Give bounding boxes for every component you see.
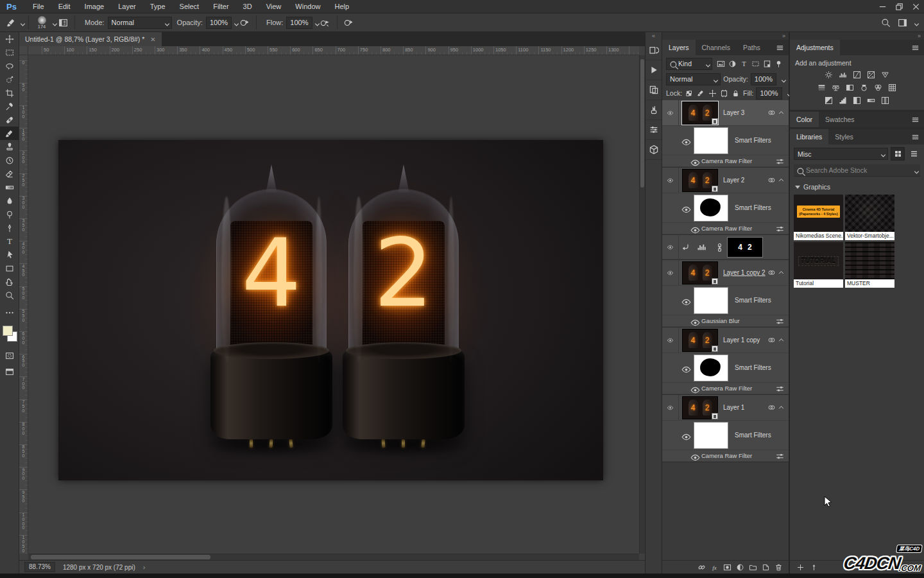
filter-visibility-toggle[interactable] [690, 318, 698, 324]
chevron-down-icon[interactable] [912, 20, 918, 26]
library-item-muster[interactable]: MUSTER [845, 242, 894, 288]
hand-tool[interactable] [0, 275, 19, 288]
smart-filters-row[interactable]: Smart Filters [662, 353, 789, 383]
properties-panel-button[interactable] [646, 80, 662, 100]
status-menu-chevron[interactable]: › [143, 563, 146, 571]
layer-row-layer-3[interactable]: 42Layer 3 [662, 100, 789, 126]
lock-artboard-button[interactable] [719, 88, 729, 99]
vertical-scrollbar[interactable] [639, 55, 645, 554]
channel-mixer-adjustment-button[interactable] [873, 82, 884, 92]
filter-type-layers-button[interactable]: T [739, 58, 749, 69]
brush-settings-panel-button[interactable] [646, 120, 662, 140]
chevron-down-icon[interactable] [232, 20, 237, 26]
foreground-color-swatch[interactable] [3, 326, 13, 336]
filter-smart-objects-button[interactable] [762, 58, 773, 69]
chevron-down-icon[interactable] [779, 76, 785, 82]
library-item-tutorial[interactable]: TUTORIALTutorial [794, 242, 843, 288]
layer-visibility-toggle[interactable] [662, 260, 679, 285]
layer-row-layer-1[interactable]: 42Layer 1 [662, 395, 789, 421]
layer-thumbnail[interactable]: 42 [682, 169, 718, 192]
layer-opacity-value[interactable]: 100% [751, 73, 776, 85]
flow-value[interactable]: 100% [286, 17, 312, 29]
exposure-adjustment-button[interactable] [866, 69, 877, 80]
filter-visibility-toggle[interactable] [690, 225, 698, 231]
layer-visibility-toggle[interactable] [662, 235, 679, 259]
selective-color-adjustment-button[interactable] [880, 95, 891, 105]
document-canvas[interactable]: 4 2 [58, 140, 603, 480]
smart-filters-row[interactable]: Smart Filters [662, 126, 789, 155]
curves-adjustment-button[interactable] [851, 69, 863, 80]
filter-visibility-toggle[interactable] [690, 158, 698, 164]
filter-mask-thumbnail[interactable] [694, 422, 728, 449]
lock-all-button[interactable] [731, 88, 740, 99]
brushes-panel-button[interactable] [646, 100, 662, 120]
layer-row-layer-1-copy[interactable]: 42Layer 1 copy [662, 328, 789, 353]
grid-view-button[interactable] [891, 147, 905, 161]
layer-visibility-toggle[interactable] [662, 100, 679, 125]
brightness-contrast-adjustment-button[interactable] [823, 69, 835, 80]
library-collection-select[interactable]: Misc [794, 148, 888, 160]
rectangle-tool[interactable] [0, 261, 19, 275]
layer-thumbnail[interactable]: 42 [682, 329, 718, 352]
chevron-down-icon[interactable] [912, 168, 918, 173]
smart-filters-row[interactable]: Smart Filters [662, 286, 789, 315]
gradient-map-adjustment-button[interactable] [866, 95, 877, 105]
airbrush-button[interactable] [318, 15, 332, 30]
photo-filter-adjustment-button[interactable] [859, 82, 870, 92]
history-panel-button[interactable] [646, 40, 662, 60]
pressure-size-button[interactable] [342, 15, 356, 30]
lasso-tool[interactable] [0, 59, 19, 73]
pressure-opacity-button[interactable] [237, 15, 252, 30]
tab-channels[interactable]: Channels [696, 40, 737, 55]
menu-image[interactable]: Image [78, 0, 112, 13]
healing-tool[interactable] [0, 113, 19, 127]
menu-edit[interactable]: Edit [51, 0, 78, 13]
tab-color[interactable]: Color [790, 112, 819, 127]
layer-thumbnail[interactable]: 42 [682, 396, 718, 419]
posterize-adjustment-button[interactable] [837, 95, 849, 105]
filter-mask-thumbnail[interactable] [694, 195, 728, 222]
toggle-brush-panel-button[interactable] [56, 15, 70, 30]
tab-adjustments[interactable]: Adjustments [790, 40, 840, 55]
filter-visibility-toggle[interactable] [681, 365, 690, 371]
layer-thumbnail[interactable]: 42 [682, 261, 718, 285]
tab-close-icon[interactable]: ✕ [150, 36, 155, 43]
tool-preset-button[interactable] [4, 15, 18, 30]
filter-options-button[interactable] [775, 451, 783, 460]
graphics-section-header[interactable]: Graphics [790, 178, 924, 193]
filter-mask-thumbnail[interactable] [694, 355, 728, 381]
brush-preset-picker[interactable]: 174 [33, 16, 50, 30]
menu-view[interactable]: View [259, 0, 289, 13]
add-layer-mask-button[interactable] [723, 563, 732, 572]
filter-mask-thumbnail[interactable] [694, 127, 728, 154]
menu-help[interactable]: Help [327, 0, 356, 13]
filter-row-gaussian-blur[interactable]: Gaussian Blur [662, 315, 789, 327]
layer-name[interactable]: Layer 3 [723, 109, 744, 116]
type-tool[interactable]: T [0, 234, 19, 248]
chevron-down-icon[interactable] [312, 20, 318, 26]
filter-options-button[interactable] [775, 157, 783, 165]
minimize-button[interactable] [874, 0, 891, 13]
vibrance-adjustment-button[interactable] [880, 69, 891, 80]
tab-styles[interactable]: Styles [828, 129, 860, 144]
layer-thumbnail[interactable]: 42 [682, 101, 718, 125]
menu-layer[interactable]: Layer [111, 0, 143, 13]
tab-layers[interactable]: Layers [662, 40, 696, 55]
ruler-corner[interactable] [19, 46, 28, 55]
restore-button[interactable] [891, 0, 907, 13]
threshold-adjustment-button[interactable] [851, 95, 863, 105]
crop-tool[interactable] [0, 86, 19, 100]
filter-mask-thumbnail[interactable] [694, 287, 728, 314]
sync-library-button[interactable] [810, 563, 818, 572]
tab-paths[interactable]: Paths [737, 40, 767, 55]
blend-mode-select[interactable]: Normal [108, 17, 172, 29]
menu-window[interactable]: Window [288, 0, 327, 13]
list-view-button[interactable] [907, 148, 920, 160]
fill-value[interactable]: 100% [756, 87, 782, 100]
panel-collapse-control[interactable]: » [790, 32, 924, 40]
new-group-button[interactable] [749, 563, 757, 572]
filter-visibility-toggle[interactable] [681, 137, 690, 144]
lock-transparency-button[interactable] [685, 88, 694, 99]
gradient-tool[interactable] [0, 180, 19, 194]
library-item-vektor-smartobje-[interactable]: Vektor-Smartobje... [845, 195, 894, 240]
